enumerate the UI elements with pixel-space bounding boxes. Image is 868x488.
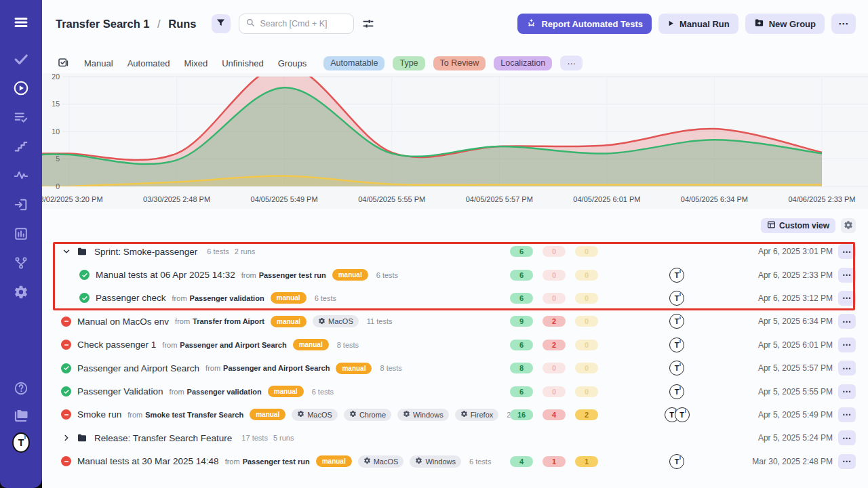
status-passed-icon — [79, 293, 90, 303]
filter-chip--[interactable]: ⋯ — [560, 56, 583, 70]
filter-chips: AutomatableTypeTo ReviewLocalization⋯ — [323, 56, 582, 70]
filter-button[interactable] — [212, 14, 231, 33]
assignee-avatars: T — [669, 314, 684, 329]
result-count-pills: 411 — [510, 456, 598, 467]
row-more-button[interactable]: ⋯ — [838, 268, 856, 283]
env-chip-windows: Windows — [397, 409, 449, 421]
new-group-label: New Group — [769, 19, 816, 29]
sidebar-item-runs[interactable] — [12, 79, 30, 97]
run-name[interactable]: Manual tests at 30 Mar 2025 14:48 — [77, 456, 219, 466]
group-name[interactable]: Sprint: Smoke-passenger — [94, 247, 197, 257]
tab-manual[interactable]: Manual — [84, 58, 113, 68]
sidebar: T — [0, 0, 42, 488]
run-name[interactable]: Passenger Validation — [77, 386, 163, 396]
run-row[interactable]: Manual on MacOs envfromTransfer from Aip… — [42, 310, 868, 333]
sidebar-item-branches[interactable] — [12, 254, 30, 272]
manual-run-label: Manual Run — [679, 19, 730, 29]
manual-badge: manual — [332, 269, 368, 281]
status-failed-icon — [61, 340, 71, 350]
svg-text:04/05/2025 5:55 PM: 04/05/2025 5:55 PM — [358, 195, 425, 203]
skipped-count-pill: 0 — [575, 386, 598, 397]
run-row[interactable]: Check passenger 1fromPassenger and Airpo… — [42, 333, 868, 357]
page-title: Runs — [168, 18, 196, 30]
sidebar-item-docs[interactable] — [12, 407, 30, 424]
group-row[interactable]: Sprint: Smoke-passenger6 tests2 runs600A… — [42, 240, 868, 263]
chevron-right-icon[interactable] — [62, 434, 71, 442]
sidebar-item-pulse[interactable] — [12, 167, 30, 184]
filter-chip-type[interactable]: Type — [393, 56, 425, 70]
result-count-pills: 800 — [510, 363, 598, 373]
tab-unfinished[interactable]: Unfinished — [222, 58, 263, 68]
run-row[interactable]: Smoke runfromSmoke test Transfer Searchm… — [42, 403, 868, 426]
group-name[interactable]: Release: Transfer Search Feature — [94, 433, 232, 443]
chevron-down-icon[interactable] — [62, 247, 71, 256]
sidebar-item-settings[interactable] — [12, 283, 30, 301]
run-row[interactable]: Passenger checkfromPassenger validationm… — [42, 287, 868, 310]
run-row[interactable]: Manual tests at 06 Apr 2025 14:32fromPas… — [42, 263, 868, 286]
tune-icon[interactable] — [362, 18, 374, 30]
env-chip-macos: MacOS — [292, 409, 338, 421]
report-automated-tests-button[interactable]: Report Automated Tests — [517, 14, 652, 34]
sidebar-item-analytics[interactable] — [12, 225, 30, 243]
tab-mixed[interactable]: Mixed — [184, 58, 208, 68]
from-label: from — [127, 411, 142, 419]
sidebar-item-menu[interactable] — [12, 14, 30, 31]
new-group-button[interactable]: New Group — [745, 14, 825, 34]
group-row[interactable]: Release: Transfer Search Feature17 tests… — [42, 426, 868, 449]
row-more-button[interactable]: ⋯ — [838, 361, 856, 375]
row-more-button[interactable]: ⋯ — [838, 407, 856, 422]
run-row[interactable]: Manual tests at 30 Mar 2025 14:48fromPas… — [42, 450, 868, 473]
tab-groups[interactable]: Groups — [278, 58, 307, 68]
filter-chip-to-review[interactable]: To Review — [433, 56, 486, 70]
assignee-avatars: T — [669, 268, 684, 283]
run-name[interactable]: Passenger check — [96, 293, 166, 303]
failed-count-pill: 4 — [542, 409, 566, 420]
sidebar-item-tests[interactable] — [12, 50, 30, 68]
header-more-button[interactable]: ⋯ — [831, 14, 856, 34]
sidebar-item-milestones[interactable] — [12, 138, 30, 155]
row-more-button[interactable]: ⋯ — [838, 244, 856, 259]
run-name[interactable]: Passenger and Airport Search — [77, 363, 199, 373]
tab-automated[interactable]: Automated — [127, 58, 170, 68]
sidebar-item-imports[interactable] — [12, 196, 30, 214]
search-box[interactable] — [239, 14, 354, 34]
svg-text:04/05/2025 6:01 PM: 04/05/2025 6:01 PM — [573, 195, 640, 203]
run-name[interactable]: Manual tests at 06 Apr 2025 14:32 — [96, 270, 235, 280]
sidebar-item-logo[interactable]: T — [12, 434, 30, 451]
run-row[interactable]: Passenger and Airport SearchfromPassenge… — [42, 357, 868, 380]
failed-count-pill: 0 — [542, 293, 566, 304]
app-window: T Transfer Search 1 / Runs Report Automa… — [0, 0, 868, 488]
row-more-button[interactable]: ⋯ — [838, 314, 856, 329]
row-more-button[interactable]: ⋯ — [838, 430, 856, 445]
custom-view-button[interactable]: Custom view — [761, 218, 835, 233]
run-name[interactable]: Check passenger 1 — [77, 340, 156, 350]
row-more-button[interactable]: ⋯ — [838, 384, 856, 399]
filter-chip-localization[interactable]: Localization — [494, 56, 552, 70]
run-name[interactable]: Manual on MacOs env — [77, 317, 169, 327]
skipped-count-pill: 0 — [575, 270, 598, 281]
sidebar-item-help[interactable] — [12, 380, 30, 397]
gear-icon — [844, 220, 853, 232]
project-name[interactable]: Transfer Search 1 — [56, 18, 150, 30]
row-more-button[interactable]: ⋯ — [838, 338, 856, 352]
passed-count-pill: 6 — [510, 293, 533, 304]
sidebar-item-test-plans[interactable] — [12, 108, 30, 126]
run-date: Apr 6, 2025 3:01 PM — [758, 247, 833, 256]
manual-badge: manual — [336, 363, 372, 374]
select-all-icon[interactable] — [57, 57, 69, 69]
svg-text:15: 15 — [52, 100, 60, 108]
filter-chip-automatable[interactable]: Automatable — [323, 56, 384, 70]
row-more-button[interactable]: ⋯ — [838, 291, 856, 306]
svg-text:5: 5 — [56, 155, 60, 163]
automation-icon — [526, 18, 536, 30]
row-more-button[interactable]: ⋯ — [838, 454, 856, 469]
run-row[interactable]: Passenger ValidationfromPassenger valida… — [42, 380, 868, 403]
failed-count-pill: 2 — [542, 316, 566, 327]
skipped-count-pill: 0 — [575, 293, 598, 304]
view-settings-button[interactable] — [841, 218, 856, 233]
search-input[interactable] — [259, 18, 347, 29]
manual-run-button[interactable]: Manual Run — [658, 14, 738, 34]
run-name[interactable]: Smoke run — [77, 409, 121, 420]
run-date: Apr 5, 2025 6:01 PM — [758, 340, 833, 350]
table-toolbar: Custom view — [761, 218, 856, 233]
